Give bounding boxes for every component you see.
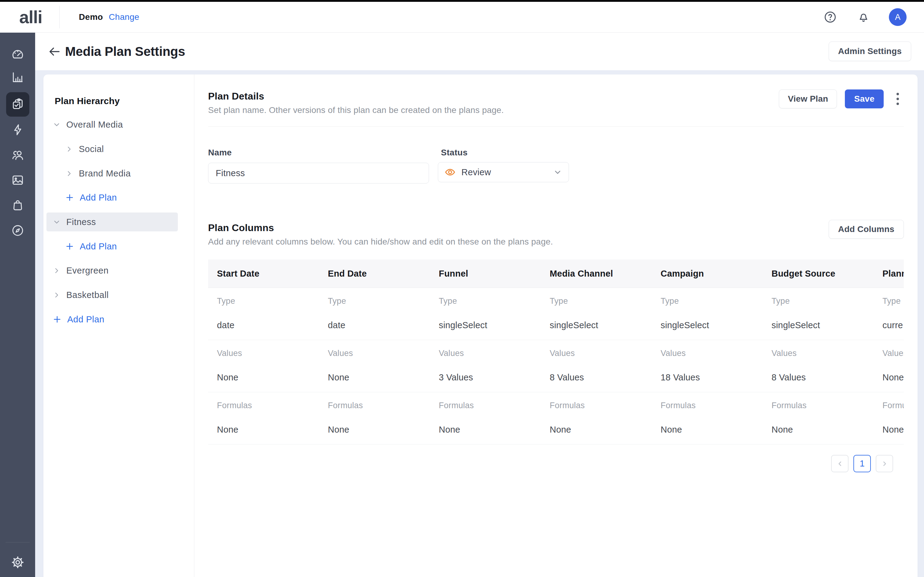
tree-item-social[interactable]: Social [44, 140, 194, 158]
table-cell: ValuesNone [319, 340, 430, 392]
status-value: Review [461, 167, 491, 177]
gear-icon [11, 555, 25, 569]
table-cell: Typedate [319, 288, 430, 340]
table-cell: TypesingleSelect [652, 288, 762, 340]
plus-icon [65, 242, 74, 251]
tree-item-basketball[interactable]: Basketball [44, 285, 194, 305]
table-cell: FormulasNone [652, 392, 762, 444]
table-cell: ValuesNone [208, 340, 319, 392]
compass-icon [11, 224, 25, 237]
sidebar-item-activation[interactable] [11, 123, 25, 137]
workspace-name: Demo [79, 12, 103, 22]
pagination-next-button[interactable] [876, 455, 893, 472]
sidebar-item-media-plans[interactable] [11, 97, 25, 111]
chevron-down-icon [553, 167, 562, 177]
table-cell: FormulasNone [430, 392, 541, 444]
name-label: Name [208, 148, 232, 158]
gauge-icon [11, 47, 25, 61]
tree-item-label: Basketball [66, 290, 109, 300]
add-columns-button[interactable]: Add Columns [829, 220, 904, 239]
sidebar-item-settings[interactable] [11, 555, 25, 569]
sidebar-item-creative[interactable] [11, 173, 25, 187]
eye-icon [444, 166, 456, 178]
settings-card: Plan Hierarchy Overall Media Social Bran… [44, 74, 918, 577]
tree-item-evergreen[interactable]: Evergreen [44, 261, 194, 280]
sidebar-item-dashboard[interactable] [11, 47, 25, 61]
column-header: Start Date [208, 259, 319, 288]
save-button[interactable]: Save [845, 89, 884, 108]
table-cell: TypesingleSelect [430, 288, 541, 340]
plan-details-actions: View Plan Save [779, 89, 904, 108]
add-plan-button-overall-media[interactable]: Add Plan [44, 188, 194, 207]
plan-hierarchy-panel: Plan Hierarchy Overall Media Social Bran… [44, 74, 194, 577]
status-select[interactable]: Review [438, 162, 569, 182]
alli-logo[interactable]: alli [19, 7, 42, 27]
view-plan-button[interactable]: View Plan [779, 89, 837, 108]
chevron-right-icon [880, 460, 888, 468]
column-header: Budget Source [762, 259, 874, 288]
plan-name-input[interactable] [208, 163, 429, 184]
add-plan-label: Add Plan [80, 242, 117, 251]
bell-icon[interactable] [857, 10, 870, 24]
plan-columns-subtitle: Add any relevant columns below. You can … [208, 237, 553, 247]
tree-item-overall-media[interactable]: Overall Media [44, 115, 194, 134]
chevron-right-icon [65, 145, 73, 153]
kebab-menu-icon[interactable] [892, 89, 904, 108]
chevron-down-icon [53, 218, 61, 226]
add-plan-button-fitness[interactable]: Add Plan [44, 237, 194, 256]
chevron-right-icon [65, 169, 73, 178]
column-header: Funnel [430, 259, 541, 288]
users-icon [11, 148, 25, 162]
table-cell: Typecurre [874, 288, 904, 340]
plan-settings-main: Plan Details View Plan Save Set plan nam… [194, 74, 918, 577]
tree-item-label: Overall Media [66, 120, 123, 130]
table-cell: Values8 Values [541, 340, 652, 392]
chevron-right-icon [53, 291, 61, 299]
tree-item-brand-media[interactable]: Brand Media [44, 164, 194, 183]
pagination-page-1-button[interactable]: 1 [853, 455, 871, 472]
plan-hierarchy-title: Plan Hierarchy [55, 96, 120, 106]
avatar[interactable]: A [889, 8, 906, 26]
help-icon[interactable] [824, 10, 837, 24]
add-plan-button-root[interactable]: Add Plan [44, 310, 194, 329]
image-icon [11, 173, 25, 187]
plus-icon [53, 315, 62, 324]
table-header-row: Start Date End Date Funnel Media Channel… [208, 259, 904, 288]
tree-item-label: Social [79, 144, 104, 154]
shopping-bag-icon [11, 198, 25, 212]
table-cell: Values3 Values [430, 340, 541, 392]
page-title: Media Plan Settings [65, 44, 185, 59]
tree-item-fitness[interactable]: Fitness [47, 213, 178, 231]
table-cell: Values18 Values [652, 340, 762, 392]
section-divider [208, 126, 904, 127]
table-cell: FormulasNone [208, 392, 319, 444]
column-header: Media Channel [541, 259, 652, 288]
page-header: Media Plan Settings Admin Settings [35, 33, 924, 70]
lightning-icon [11, 123, 25, 137]
table-row-type: Typedate Typedate TypesingleSelect Types… [208, 288, 904, 340]
sidebar-item-discover[interactable] [11, 224, 25, 237]
table-cell: Values8 Values [762, 340, 874, 392]
change-workspace-link[interactable]: Change [109, 12, 139, 22]
sidebar-item-analytics[interactable] [11, 70, 25, 84]
column-header: Plann [874, 259, 904, 288]
topbar: alli Demo Change A [0, 2, 924, 33]
table-cell: FormulasNone [541, 392, 652, 444]
sidebar-item-commerce[interactable] [11, 198, 25, 212]
content-area: Plan Hierarchy Overall Media Social Bran… [35, 70, 924, 577]
back-arrow-icon[interactable] [47, 45, 61, 59]
pagination-prev-button[interactable] [831, 455, 848, 472]
table-cell: ValuesNone [874, 340, 904, 392]
topbar-divider [59, 6, 60, 28]
plan-columns-title: Plan Columns [208, 222, 274, 234]
table-cell: FormulasNone [762, 392, 874, 444]
pagination: 1 [831, 455, 893, 472]
chevron-left-icon [836, 460, 844, 468]
sidebar-item-audiences[interactable] [11, 148, 25, 162]
plan-columns-table: Start Date End Date Funnel Media Channel… [208, 259, 904, 445]
plus-icon [65, 193, 74, 202]
status-label: Status [441, 148, 467, 158]
admin-settings-button[interactable]: Admin Settings [829, 42, 911, 61]
tree-item-label: Brand Media [79, 169, 131, 179]
chevron-down-icon [53, 121, 61, 129]
